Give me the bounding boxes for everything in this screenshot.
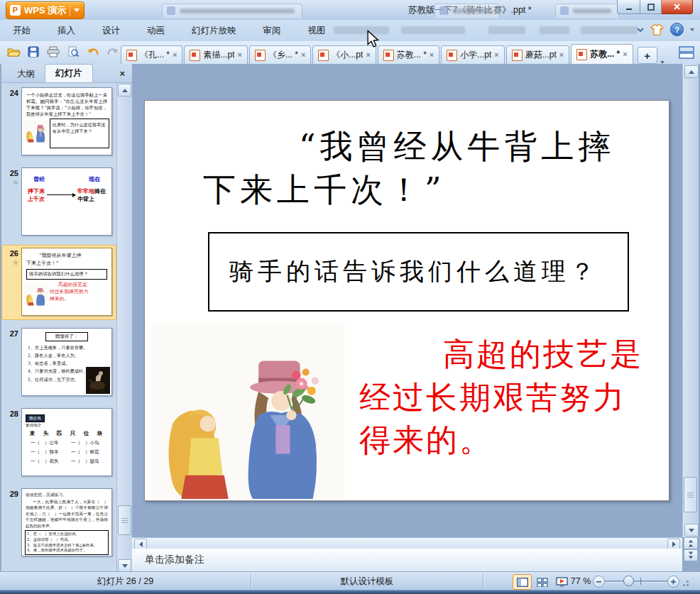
tab-outline[interactable]: 大纲 [7,65,45,82]
menu-design[interactable]: 设计 [98,23,124,39]
open-button[interactable] [6,44,21,60]
close-tab-icon[interactable]: × [366,51,370,59]
save-button[interactable] [26,44,41,60]
thumb28-measure-words: 束 头 匹 只 位 块 [22,430,111,437]
plus-icon: + [644,50,650,62]
double-up-arrow-icon [689,540,693,543]
doc-tab[interactable]: 小学...pt× [441,45,504,64]
slide-answer-textbox[interactable]: 高超的技艺是 经过长期艰苦努力 得来的。 [359,333,643,462]
wps-app-button[interactable]: P WPS 演示 [6,1,84,19]
next-slide-button[interactable] [684,549,698,561]
doc-tab[interactable]: 苏教... *× [378,45,439,64]
slide-nav-buttons [682,537,698,561]
resize-grip[interactable] [679,578,689,586]
tab-slides[interactable]: 幻灯片 [45,64,93,82]
normal-view-icon [517,578,528,587]
print-button[interactable] [45,44,61,60]
printer-icon [47,46,60,57]
menu-view[interactable]: 视图 [304,23,330,39]
doc-tab[interactable]: 蘑菇...pt× [506,45,569,64]
document-tabs: 《孔... *× 素描...pt× 《乡... *× 《小...pt× 苏教..… [121,45,665,64]
doc-tab[interactable]: 素描...pt× [184,45,247,64]
slide-thumbnail-28[interactable]: 28 我会填 量词填空 束 头 匹 只 位 块 一（ ）公牛一（ ）小鸟 一（ … [1,408,116,476]
menu-home[interactable]: 开始 [9,23,35,39]
close-panel-icon[interactable]: × [119,68,125,79]
slide-question-box[interactable]: 骑手的话告诉我们什么道理？ [208,232,629,312]
answer-line-3: 得来的。 [359,419,643,462]
slide-illustration-girl-giving-flowers[interactable] [150,324,346,499]
menu-slideshow[interactable]: 幻灯片放映 [187,23,241,39]
blurred-toolbar-item [334,26,389,34]
menu-insert[interactable]: 插入 [53,23,80,39]
minimize-button[interactable] [617,0,640,14]
doc-tab-label: 《孔... * [140,49,170,61]
double-down-arrow-icon [689,556,693,559]
normal-view-button[interactable] [513,574,532,590]
slide-thumbnail-29[interactable]: 29 读读想想，完成练习。 一天，比赛场上围满了人，大家在（ ）地观看骑牛比赛。… [1,488,116,556]
scroll-up-button[interactable] [684,65,699,78]
titlebar: P WPS 演示 苏教版一下7《骑牛比赛》.ppt * [0,0,700,21]
redo-button[interactable] [105,44,121,60]
close-tab-icon[interactable]: × [237,51,241,59]
previous-slide-button[interactable] [684,537,698,549]
ppt-file-icon [255,50,266,61]
close-tab-icon[interactable]: × [430,51,434,59]
menu-review[interactable]: 审阅 [259,23,285,39]
panel-scroll-down-button[interactable] [118,559,131,572]
current-slide[interactable]: “我曾经从牛背上摔 下来上千次！” 骑手的话告诉我们什么道理？ 高超的技艺是 经… [144,100,669,501]
panel-scroll-up-button[interactable] [118,84,131,97]
background-document-tab[interactable] [434,4,500,18]
panel-scrollbar-thumb[interactable] [118,505,131,535]
doc-tab-active[interactable]: 苏教... *× [571,44,633,64]
ppt-file-icon [190,50,200,61]
maximize-button[interactable] [640,0,662,14]
print-preview-button[interactable] [65,44,81,60]
close-tab-icon[interactable]: × [623,50,627,58]
zoom-slider-track[interactable] [605,581,667,582]
zoom-out-button[interactable] [593,576,605,588]
slide-thumbnail-25[interactable]: 25☆ 曾经现在 摔下来上千次 牢牢地骑在牛背上 [1,167,116,236]
collapse-ribbon-icon[interactable] [637,26,644,33]
scroll-down-button[interactable] [684,524,699,537]
divider [483,574,483,588]
slide-thumbnail-26-selected[interactable]: 26☆ “我曾经从牛背上摔下来上千次！” 骑手的话告诉我们什么道理？ 高超的技艺… [1,248,116,316]
zoom-slider-thumb[interactable] [623,576,634,586]
thumb24-question-box: 比赛时，为什么这位骑手没有从牛背上摔下来？ [50,119,109,148]
background-document-tab[interactable] [555,4,619,18]
doc-tab[interactable]: 《乡... *× [249,45,311,64]
notes-pane[interactable]: 单击添加备注 [132,549,682,572]
zoom-in-button[interactable] [667,576,679,588]
doc-tab-label: 苏教... * [397,49,427,61]
toolbar: 《孔... *× 素描...pt× 《乡... *× 《小...pt× 苏教..… [0,41,700,65]
scroll-left-button[interactable] [134,539,147,549]
background-document-tab[interactable] [162,4,302,18]
member-shirt-icon[interactable] [650,24,664,35]
slide-quote-textbox[interactable]: “我曾经从牛背上摔 下来上千次！” [203,125,657,211]
wps-presentation-window: P WPS 演示 苏教版一下7《骑牛比赛》.ppt * 开始 插入 设计 动画 … [0,0,700,594]
doc-tab[interactable]: 《孔... *× [121,45,182,64]
close-tab-icon[interactable]: × [494,51,498,59]
answer-line-2: 经过长期艰苦努力 [359,376,643,419]
thumbnail: 一个小姑娘走过去，给这位骑手献上一束鲜花。她问骑手：“你怎么没从牛背上摔下来呢？… [21,87,112,155]
zoom-slider-center-tick [640,578,641,585]
close-button[interactable] [662,0,693,14]
undo-button[interactable] [85,44,101,60]
menu-animation[interactable]: 动画 [143,23,169,39]
slide-thumbnail-27[interactable]: 27 我懂得了： 1、世上无难事，只要肯登攀。 2、路在人走，事在人为。 3、有… [1,328,116,396]
new-tab-button[interactable]: + [638,47,657,64]
chevron-down-icon[interactable] [690,28,694,31]
slide-sorter-view-button[interactable] [532,574,552,590]
arrange-windows-icon[interactable] [679,46,694,59]
thumb26-question: 骑手的话告诉我们什么道理？ [26,269,107,280]
help-icon[interactable]: ? [670,23,684,36]
slide-thumbnail-24[interactable]: 24 一个小姑娘走过去，给这位骑手献上一束鲜花。她问骑手：“你怎么没从牛背上摔下… [1,87,116,155]
close-tab-icon[interactable]: × [301,51,305,59]
panel-scrollbar[interactable] [116,83,131,571]
scroll-right-button[interactable] [667,539,680,549]
ppt-file-icon [383,50,394,61]
scrollbar-thumb[interactable] [684,477,697,512]
main-scrollbar-vertical[interactable] [682,64,699,537]
close-tab-icon[interactable]: × [559,51,564,59]
doc-tab-label: 《小...pt [332,49,363,61]
close-tab-icon[interactable]: × [173,51,177,59]
